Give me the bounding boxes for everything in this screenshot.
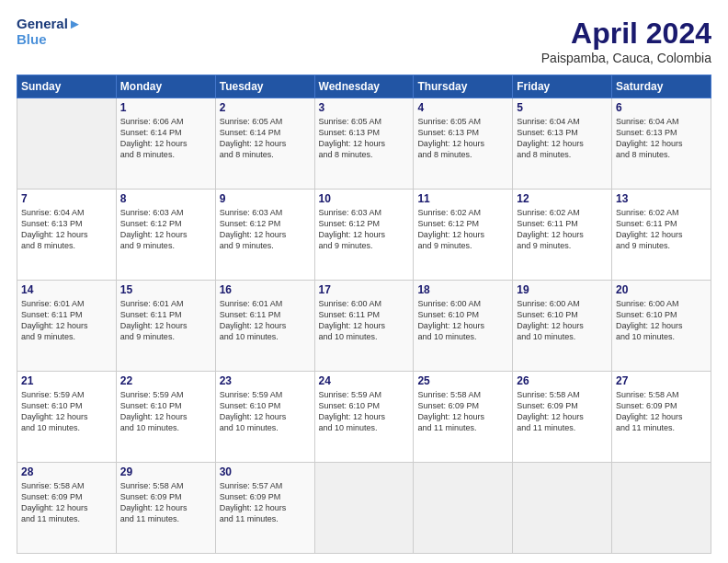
calendar-day-cell: 1Sunrise: 6:06 AM Sunset: 6:14 PM Daylig…	[116, 98, 215, 190]
weekday-header-cell: Saturday	[612, 75, 711, 98]
day-number: 13	[616, 192, 707, 205]
day-info: Sunrise: 5:58 AM Sunset: 6:09 PM Dayligh…	[616, 389, 707, 434]
day-info: Sunrise: 6:03 AM Sunset: 6:12 PM Dayligh…	[120, 207, 211, 252]
day-number: 28	[21, 465, 112, 478]
calendar-day-cell: 25Sunrise: 5:58 AM Sunset: 6:09 PM Dayli…	[414, 372, 513, 463]
calendar-table: SundayMondayTuesdayWednesdayThursdayFrid…	[17, 75, 711, 554]
day-number: 27	[616, 374, 707, 387]
day-info: Sunrise: 6:02 AM Sunset: 6:12 PM Dayligh…	[417, 207, 508, 252]
weekday-header-cell: Monday	[116, 75, 215, 98]
day-number: 16	[220, 283, 311, 296]
month-title: April 2024	[541, 17, 711, 51]
weekday-header-row: SundayMondayTuesdayWednesdayThursdayFrid…	[17, 75, 711, 98]
day-info: Sunrise: 6:02 AM Sunset: 6:11 PM Dayligh…	[616, 207, 707, 252]
calendar-day-cell: 17Sunrise: 6:00 AM Sunset: 6:11 PM Dayli…	[314, 281, 414, 372]
calendar-week-row: 14Sunrise: 6:01 AM Sunset: 6:11 PM Dayli…	[17, 281, 711, 372]
day-info: Sunrise: 5:58 AM Sunset: 6:09 PM Dayligh…	[417, 389, 508, 434]
day-info: Sunrise: 5:59 AM Sunset: 6:10 PM Dayligh…	[120, 389, 211, 434]
day-info: Sunrise: 5:59 AM Sunset: 6:10 PM Dayligh…	[220, 389, 311, 434]
day-number: 23	[220, 374, 311, 387]
day-number: 10	[319, 192, 410, 205]
calendar-day-cell: 29Sunrise: 5:58 AM Sunset: 6:09 PM Dayli…	[116, 463, 215, 554]
day-info: Sunrise: 6:05 AM Sunset: 6:14 PM Dayligh…	[220, 116, 311, 161]
calendar-day-cell: 8Sunrise: 6:03 AM Sunset: 6:12 PM Daylig…	[116, 190, 215, 281]
day-number: 20	[616, 283, 707, 296]
calendar-day-cell: 15Sunrise: 6:01 AM Sunset: 6:11 PM Dayli…	[116, 281, 215, 372]
day-info: Sunrise: 6:04 AM Sunset: 6:13 PM Dayligh…	[616, 116, 707, 161]
calendar-day-cell: 9Sunrise: 6:03 AM Sunset: 6:12 PM Daylig…	[215, 190, 314, 281]
calendar-day-cell: 18Sunrise: 6:00 AM Sunset: 6:10 PM Dayli…	[414, 281, 513, 372]
day-info: Sunrise: 6:04 AM Sunset: 6:13 PM Dayligh…	[21, 207, 112, 252]
weekday-header-cell: Tuesday	[215, 75, 314, 98]
page: General► Blue April 2024 Paispamba, Cauc…	[0, 0, 728, 563]
weekday-header-cell: Wednesday	[314, 75, 414, 98]
logo-icon-shape: ►	[68, 16, 82, 31]
day-number: 4	[417, 101, 508, 114]
day-number: 2	[220, 101, 311, 114]
calendar-day-cell: 23Sunrise: 5:59 AM Sunset: 6:10 PM Dayli…	[215, 372, 314, 463]
day-info: Sunrise: 6:01 AM Sunset: 6:11 PM Dayligh…	[21, 298, 112, 343]
day-number: 15	[120, 283, 211, 296]
day-number: 7	[21, 192, 112, 205]
day-number: 9	[220, 192, 311, 205]
calendar-day-cell: 28Sunrise: 5:58 AM Sunset: 6:09 PM Dayli…	[17, 463, 117, 554]
day-number: 3	[319, 101, 410, 114]
calendar-day-cell: 27Sunrise: 5:58 AM Sunset: 6:09 PM Dayli…	[612, 372, 711, 463]
day-info: Sunrise: 6:01 AM Sunset: 6:11 PM Dayligh…	[220, 298, 311, 343]
day-number: 24	[319, 374, 410, 387]
calendar-day-cell	[414, 463, 513, 554]
day-number: 8	[120, 192, 211, 205]
day-info: Sunrise: 6:00 AM Sunset: 6:10 PM Dayligh…	[616, 298, 707, 343]
logo-line2: Blue	[17, 32, 82, 48]
calendar-day-cell: 24Sunrise: 5:59 AM Sunset: 6:10 PM Dayli…	[314, 372, 414, 463]
day-number: 18	[417, 283, 508, 296]
weekday-header-cell: Sunday	[17, 75, 117, 98]
weekday-header-cell: Friday	[513, 75, 612, 98]
logo: General► Blue	[17, 17, 82, 47]
calendar-day-cell: 4Sunrise: 6:05 AM Sunset: 6:13 PM Daylig…	[414, 98, 513, 190]
day-info: Sunrise: 6:00 AM Sunset: 6:11 PM Dayligh…	[319, 298, 410, 343]
day-number: 25	[417, 374, 508, 387]
calendar-day-cell: 13Sunrise: 6:02 AM Sunset: 6:11 PM Dayli…	[612, 190, 711, 281]
day-number: 17	[319, 283, 410, 296]
calendar-body: 1Sunrise: 6:06 AM Sunset: 6:14 PM Daylig…	[17, 98, 711, 554]
day-info: Sunrise: 6:00 AM Sunset: 6:10 PM Dayligh…	[417, 298, 508, 343]
calendar-day-cell	[17, 98, 117, 190]
calendar-day-cell: 22Sunrise: 5:59 AM Sunset: 6:10 PM Dayli…	[116, 372, 215, 463]
calendar-day-cell	[513, 463, 612, 554]
calendar-day-cell: 20Sunrise: 6:00 AM Sunset: 6:10 PM Dayli…	[612, 281, 711, 372]
logo-line1: General►	[17, 17, 82, 32]
day-number: 14	[21, 283, 112, 296]
calendar-week-row: 21Sunrise: 5:59 AM Sunset: 6:10 PM Dayli…	[17, 372, 711, 463]
calendar-day-cell: 10Sunrise: 6:03 AM Sunset: 6:12 PM Dayli…	[314, 190, 414, 281]
day-info: Sunrise: 5:58 AM Sunset: 6:09 PM Dayligh…	[517, 389, 608, 434]
day-number: 19	[517, 283, 608, 296]
calendar-day-cell: 7Sunrise: 6:04 AM Sunset: 6:13 PM Daylig…	[17, 190, 117, 281]
day-number: 22	[120, 374, 211, 387]
day-number: 30	[220, 465, 311, 478]
calendar-day-cell	[612, 463, 711, 554]
day-info: Sunrise: 6:00 AM Sunset: 6:10 PM Dayligh…	[517, 298, 608, 343]
day-number: 26	[517, 374, 608, 387]
day-info: Sunrise: 6:05 AM Sunset: 6:13 PM Dayligh…	[417, 116, 508, 161]
day-info: Sunrise: 5:58 AM Sunset: 6:09 PM Dayligh…	[120, 480, 211, 525]
calendar-day-cell: 2Sunrise: 6:05 AM Sunset: 6:14 PM Daylig…	[215, 98, 314, 190]
day-info: Sunrise: 6:02 AM Sunset: 6:11 PM Dayligh…	[517, 207, 608, 252]
day-info: Sunrise: 6:03 AM Sunset: 6:12 PM Dayligh…	[220, 207, 311, 252]
day-number: 21	[21, 374, 112, 387]
calendar-day-cell: 14Sunrise: 6:01 AM Sunset: 6:11 PM Dayli…	[17, 281, 117, 372]
day-number: 11	[417, 192, 508, 205]
calendar-day-cell: 16Sunrise: 6:01 AM Sunset: 6:11 PM Dayli…	[215, 281, 314, 372]
day-info: Sunrise: 5:59 AM Sunset: 6:10 PM Dayligh…	[319, 389, 410, 434]
weekday-header-cell: Thursday	[414, 75, 513, 98]
calendar-day-cell: 21Sunrise: 5:59 AM Sunset: 6:10 PM Dayli…	[17, 372, 117, 463]
calendar-day-cell	[314, 463, 414, 554]
calendar-day-cell: 3Sunrise: 6:05 AM Sunset: 6:13 PM Daylig…	[314, 98, 414, 190]
calendar-day-cell: 19Sunrise: 6:00 AM Sunset: 6:10 PM Dayli…	[513, 281, 612, 372]
calendar-week-row: 7Sunrise: 6:04 AM Sunset: 6:13 PM Daylig…	[17, 190, 711, 281]
day-info: Sunrise: 6:04 AM Sunset: 6:13 PM Dayligh…	[517, 116, 608, 161]
day-number: 5	[517, 101, 608, 114]
day-info: Sunrise: 6:03 AM Sunset: 6:12 PM Dayligh…	[319, 207, 410, 252]
day-number: 6	[616, 101, 707, 114]
calendar-day-cell: 11Sunrise: 6:02 AM Sunset: 6:12 PM Dayli…	[414, 190, 513, 281]
